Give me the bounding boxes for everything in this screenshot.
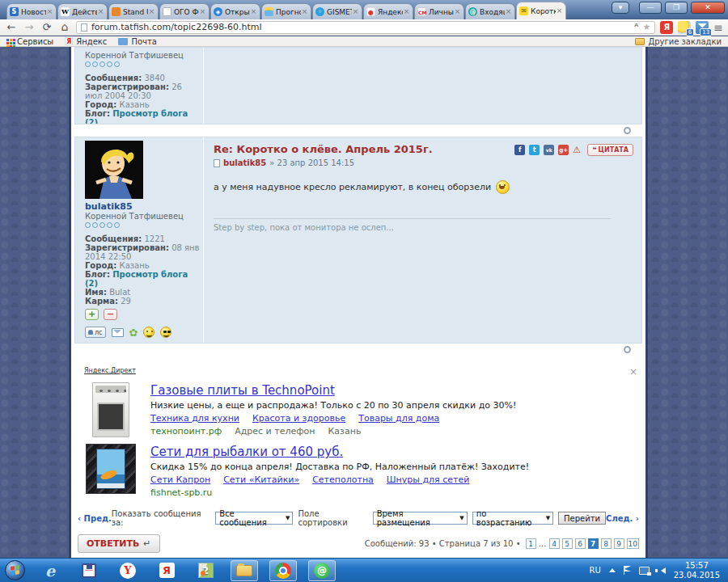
ad-sitelink[interactable]: Товары для дома <box>358 413 439 424</box>
sort-direction-select[interactable]: по возрастанию <box>472 512 553 525</box>
tab-forecast[interactable]: Прогно <box>261 3 311 19</box>
taskbar-mailru-agent-button[interactable] <box>308 560 336 581</box>
translate-icon[interactable] <box>634 22 638 32</box>
tab-close-icon[interactable] <box>403 8 410 15</box>
tab-close-icon[interactable] <box>250 8 257 15</box>
tab-close-icon[interactable] <box>556 7 563 15</box>
speaker-icon[interactable] <box>658 567 666 574</box>
back-icon[interactable] <box>5 22 18 33</box>
tab-inbox[interactable]: Входящ <box>465 3 515 19</box>
tab-gismeteo[interactable]: GISMET <box>312 3 362 19</box>
tab-close-icon[interactable] <box>199 8 206 15</box>
window-extra-button[interactable]: ▾ <box>612 2 629 14</box>
email-icon[interactable] <box>112 328 124 337</box>
page-number[interactable]: 1 <box>526 538 536 549</box>
taskbar-ie-icon[interactable] <box>36 560 64 581</box>
tab-news[interactable]: Новост <box>6 3 57 19</box>
page-number[interactable]: 8 <box>601 538 612 549</box>
ad-sitelink[interactable]: Сети «Китайки» <box>223 474 299 485</box>
back-to-top-button[interactable] <box>624 346 631 353</box>
ad-contacts-link[interactable]: Адрес и телефон <box>235 426 315 436</box>
address-bar[interactable]: forum.tatfish.com/topic22698-60.html <box>76 21 655 34</box>
menu-icon[interactable] <box>713 21 723 34</box>
tab-close-icon[interactable] <box>46 8 53 15</box>
tab-close-icon[interactable] <box>454 8 461 15</box>
tab-forum-active[interactable]: Коротк <box>516 2 566 19</box>
ad-sitelink[interactable]: Шнуры для сетей <box>387 474 470 485</box>
ad-sitelink[interactable]: Сети Капрон <box>150 474 210 485</box>
googleplus-share-icon[interactable] <box>558 145 569 155</box>
bookmark-yandex[interactable]: Яндекс <box>65 37 107 46</box>
karma-minus-button[interactable]: − <box>104 309 117 320</box>
tab-personal[interactable]: Личный <box>414 3 464 19</box>
taskbar-chrome-button[interactable] <box>269 560 297 581</box>
quote-button[interactable]: ЦИТАТА <box>587 144 633 156</box>
tab-close-icon[interactable] <box>148 8 155 15</box>
page-number[interactable]: 10 <box>627 538 639 549</box>
tab-standup[interactable]: Stand U <box>108 3 159 19</box>
tab-close-icon[interactable] <box>505 8 512 15</box>
period-select[interactable]: Все сообщения <box>215 512 293 525</box>
go-button[interactable]: Перейти <box>558 512 606 525</box>
network-icon[interactable] <box>639 567 650 575</box>
tray-expand-icon[interactable] <box>609 565 616 572</box>
bookmark-services[interactable]: Сервисы <box>6 37 53 46</box>
reply-button[interactable]: ОТВЕТИТЬ <box>78 534 160 553</box>
page-number[interactable]: 4 <box>549 538 560 549</box>
tab-open[interactable]: Открыт <box>210 3 260 19</box>
ad-sitelink[interactable]: Красота и здоровье <box>252 413 345 424</box>
vk-share-icon[interactable] <box>544 145 554 155</box>
forward-icon[interactable] <box>23 22 36 33</box>
icq-icon[interactable] <box>129 327 138 338</box>
karma-plus-button[interactable]: + <box>85 309 99 320</box>
report-icon[interactable] <box>573 145 583 155</box>
taskbar-clock[interactable]: 15:57 23.04.2015 <box>674 561 720 580</box>
tab-ogo[interactable]: ОГО ФС <box>159 3 210 19</box>
stove-ad-image[interactable] <box>92 382 129 437</box>
page-number-current[interactable]: 7 <box>588 538 599 549</box>
mail-extension-icon[interactable]: 13 <box>696 21 709 34</box>
action-center-flag-icon[interactable] <box>624 566 631 575</box>
bookmark-mail[interactable]: Почта <box>118 37 157 46</box>
tab-yandex[interactable]: Яндекс <box>363 3 413 19</box>
url-text[interactable]: forum.tatfish.com/topic22698-60.html <box>91 22 630 32</box>
other-bookmarks[interactable]: Другие закладки <box>635 37 722 46</box>
reload-icon[interactable] <box>40 22 53 33</box>
ad-title-link[interactable]: Сети для рыбалки от 460 руб. <box>150 445 343 459</box>
language-indicator[interactable]: RU <box>589 566 600 575</box>
ad-close-icon[interactable] <box>629 367 637 377</box>
page-number[interactable]: 5 <box>562 538 573 549</box>
next-page-link[interactable]: След. › <box>606 514 639 523</box>
fishing-net-ad-image[interactable] <box>86 444 136 494</box>
ad-title-link[interactable]: Газовые плиты в TechnoPoint <box>150 383 335 398</box>
yandex-direct-label[interactable]: Яндекс.Директ <box>84 367 136 374</box>
weather-extension-icon[interactable]: 6 <box>678 21 691 34</box>
yandex-extension-icon[interactable] <box>660 21 673 34</box>
page-number[interactable]: 9 <box>614 538 624 549</box>
home-icon[interactable] <box>58 21 71 33</box>
facebook-share-icon[interactable] <box>514 145 525 155</box>
back-to-top-button[interactable] <box>624 127 631 134</box>
username-link[interactable]: bulatik85 <box>85 201 200 212</box>
maximize-button[interactable]: ❐ <box>665 2 688 14</box>
bookmark-star-icon[interactable] <box>642 22 650 32</box>
sort-field-select[interactable]: Время размещения <box>373 512 468 525</box>
taskbar-yandex-icon[interactable] <box>153 560 180 581</box>
page-number[interactable]: 6 <box>575 538 586 549</box>
ad-sitelink[interactable]: Сетеполотна <box>312 474 374 485</box>
close-button[interactable]: ✕ <box>691 2 725 14</box>
taskbar-maps-icon[interactable] <box>192 560 219 581</box>
pm-button[interactable]: лс <box>85 327 106 338</box>
taskbar-explorer-button[interactable] <box>231 560 258 581</box>
start-button[interactable] <box>5 560 25 580</box>
prev-page-link[interactable]: ‹ Пред. <box>78 514 112 523</box>
tab-close-icon[interactable] <box>301 8 308 15</box>
tab-close-icon[interactable] <box>352 8 359 15</box>
taskbar-yandex-browser-icon[interactable] <box>114 560 142 581</box>
avatar[interactable] <box>85 141 143 199</box>
post-title-link[interactable]: Re: Коротко о клёве. Апрель 2015г. <box>214 143 510 155</box>
minimize-button[interactable]: — <box>639 2 662 14</box>
taskbar-floppy-icon[interactable] <box>75 560 103 581</box>
post-author-link[interactable]: bulatik85 <box>223 158 266 167</box>
twitter-share-icon[interactable] <box>529 145 540 155</box>
